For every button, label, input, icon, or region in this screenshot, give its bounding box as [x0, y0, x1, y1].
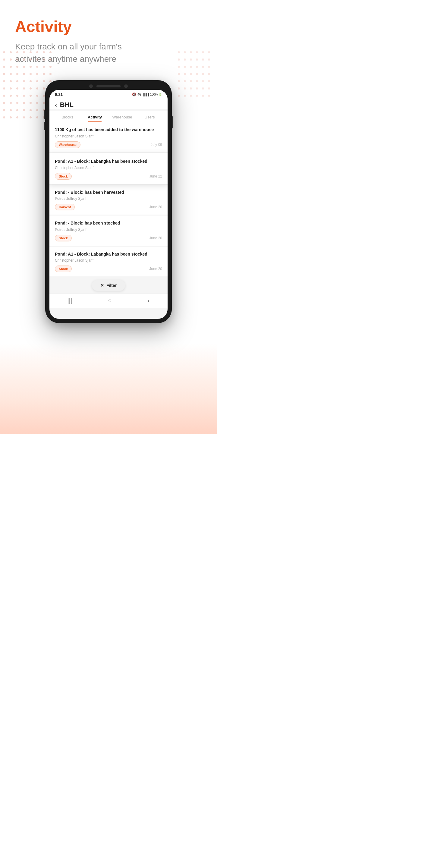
activity-footer-3: Harvest June 20 — [55, 204, 162, 210]
activity-item-1[interactable]: 1100 Kg of test has been added to the wa… — [50, 122, 167, 152]
activity-date-3: June 20 — [149, 205, 162, 209]
tag-harvest-3: Harvest — [55, 204, 75, 210]
filter-button[interactable]: ✕ Filter — [92, 280, 125, 291]
dot-r-15 — [196, 66, 198, 68]
activity-title-2: Pond: A1 - Block: Labangka has been stoc… — [55, 158, 162, 164]
dot-r-3 — [196, 51, 198, 53]
dot-11 — [23, 59, 25, 61]
dot-r-12 — [178, 66, 180, 68]
activity-item-2-highlighted[interactable]: Pond: A1 - Block: Labangka has been stoc… — [50, 153, 167, 184]
app-header: ‹ BHL — [50, 98, 167, 109]
activity-title-3: Pond: - Block: has been harvested — [55, 190, 162, 195]
mute-icon: 🔇 — [132, 93, 136, 96]
dot-r-14 — [190, 66, 192, 68]
dot-r-17 — [208, 66, 210, 68]
app-title: BHL — [60, 101, 73, 109]
activity-date-1: July 09 — [151, 143, 162, 147]
dot-r-0 — [178, 51, 180, 53]
hero-title: Activity — [15, 18, 202, 35]
filter-button-container: ✕ Filter — [50, 277, 167, 293]
dot-21 — [36, 66, 38, 68]
signal-icon: 4G ▐▐▐ — [137, 93, 149, 96]
filter-label: Filter — [106, 283, 117, 288]
dot-1 — [10, 51, 12, 53]
status-time: 9:21 — [55, 92, 63, 97]
bottom-gradient — [0, 344, 217, 434]
vol-down-button — [44, 122, 45, 130]
dot-15 — [50, 59, 52, 61]
front-camera — [89, 84, 93, 88]
sensor — [124, 84, 128, 88]
dot-r-2 — [190, 51, 192, 53]
activity-author-4: Petrus Jeffrey Sjarif — [55, 227, 162, 232]
activity-footer-5: Stock June 20 — [55, 266, 162, 272]
dot-14 — [43, 59, 45, 61]
activity-author-5: Christopher Jason Sjarif — [55, 258, 162, 262]
dot-r-13 — [184, 66, 186, 68]
tag-stock-5: Stock — [55, 266, 72, 272]
dot-r-8 — [190, 59, 192, 61]
dot-7 — [50, 51, 52, 53]
dot-r-9 — [196, 59, 198, 61]
dot-12 — [30, 59, 32, 61]
nav-recent-icon[interactable]: ||| — [67, 297, 72, 304]
nav-home-icon[interactable]: ○ — [108, 297, 112, 304]
activity-author-3: Petrus Jeffrey Sjarif — [55, 196, 162, 201]
dot-r-1 — [184, 51, 186, 53]
dot-16 — [3, 66, 5, 68]
activity-title-1: 1100 Kg of test has been added to the wa… — [55, 127, 162, 133]
dot-18 — [16, 66, 19, 68]
back-button[interactable]: ‹ — [55, 101, 57, 108]
activity-footer-2: Stock June 22 — [55, 173, 162, 180]
phone-wrapper: 9:21 🔇 4G ▐▐▐ 100% 🔋 ‹ BHL Blocks — [0, 74, 217, 323]
dot-17 — [10, 66, 12, 68]
phone-nav: ||| ○ ‹ — [50, 293, 167, 308]
activity-date-4: June 20 — [149, 236, 162, 240]
activity-item-4[interactable]: Pond: - Block: has been stocked Petrus J… — [50, 216, 167, 246]
dot-r-7 — [184, 59, 186, 61]
activity-author-2: Christopher Jason Sjarif — [55, 166, 162, 170]
dot-13 — [36, 59, 38, 61]
phone-top-bar — [50, 84, 167, 88]
activity-date-2: June 22 — [149, 174, 162, 179]
activity-title-5: Pond: A1 - Block: Labangka has been stoc… — [55, 251, 162, 257]
tab-users[interactable]: Users — [136, 113, 163, 122]
battery-icon: 100% 🔋 — [150, 93, 162, 96]
dot-23 — [50, 66, 52, 68]
dot-5 — [36, 51, 38, 53]
dot-8 — [3, 59, 5, 61]
status-bar: 9:21 🔇 4G ▐▐▐ 100% 🔋 — [50, 90, 167, 98]
status-icons: 🔇 4G ▐▐▐ 100% 🔋 — [132, 93, 162, 96]
filter-icon: ✕ — [100, 283, 104, 288]
page-wrapper: Activity Keep track on all your farm's a… — [0, 0, 217, 434]
speaker — [96, 85, 121, 87]
activity-item-5[interactable]: Pond: A1 - Block: Labangka has been stoc… — [50, 247, 167, 277]
dot-9 — [10, 59, 12, 61]
dot-10 — [16, 59, 19, 61]
activity-footer-4: Stock June 20 — [55, 235, 162, 241]
dot-19 — [23, 66, 25, 68]
phone-screen: 9:21 🔇 4G ▐▐▐ 100% 🔋 ‹ BHL Blocks — [50, 90, 167, 319]
vol-up-button — [44, 110, 45, 119]
dot-4 — [30, 51, 32, 53]
tab-warehouse[interactable]: Warehouse — [108, 113, 136, 122]
activity-date-5: June 20 — [149, 267, 162, 271]
dot-0 — [3, 51, 5, 53]
dot-20 — [30, 66, 32, 68]
phone-side-left — [44, 110, 45, 133]
tab-blocks[interactable]: Blocks — [54, 113, 81, 122]
activity-title-4: Pond: - Block: has been stocked — [55, 220, 162, 226]
nav-back-icon[interactable]: ‹ — [148, 297, 150, 304]
tab-bar: Blocks Activity Warehouse Users — [50, 111, 167, 122]
power-button — [172, 116, 173, 128]
dot-6 — [43, 51, 45, 53]
dot-r-6 — [178, 59, 180, 61]
dot-r-16 — [202, 66, 204, 68]
activity-item-3[interactable]: Pond: - Block: has been harvested Petrus… — [50, 185, 167, 215]
dot-r-10 — [202, 59, 204, 61]
phone-side-right — [172, 116, 173, 133]
dot-r-11 — [208, 59, 210, 61]
tag-stock-4: Stock — [55, 235, 72, 241]
tag-warehouse-1: Warehouse — [55, 141, 81, 148]
tab-activity[interactable]: Activity — [81, 113, 108, 122]
